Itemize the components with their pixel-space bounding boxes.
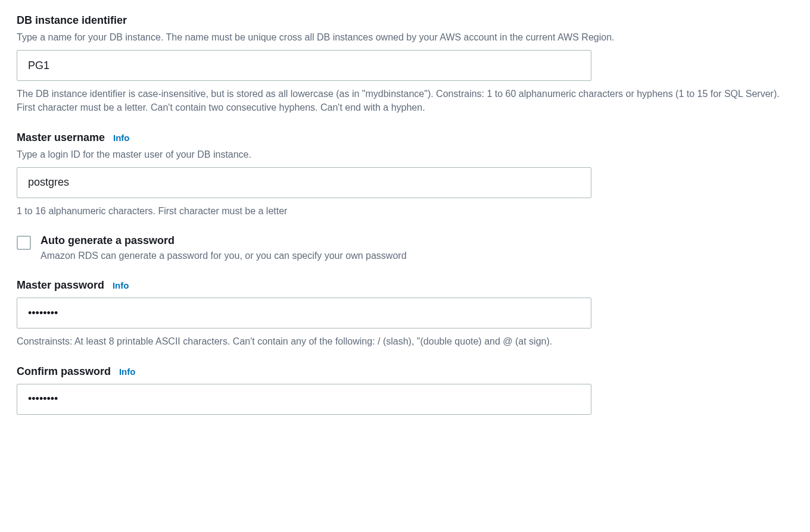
db-identifier-help: The DB instance identifier is case-insen… xyxy=(17,87,793,114)
master-password-input[interactable] xyxy=(17,298,591,328)
master-password-label: Master password xyxy=(17,279,104,291)
master-password-info-link[interactable]: Info xyxy=(113,280,129,290)
confirm-password-label: Confirm password xyxy=(17,365,111,377)
db-identifier-label: DB instance identifier xyxy=(17,14,127,26)
master-username-input[interactable] xyxy=(17,167,591,198)
confirm-password-info-link[interactable]: Info xyxy=(119,367,136,377)
db-identifier-group: DB instance identifier Type a name for y… xyxy=(17,14,793,115)
auto-generate-checkbox[interactable] xyxy=(17,236,31,250)
master-username-description: Type a login ID for the master user of y… xyxy=(17,148,793,161)
master-username-help: 1 to 16 alphanumeric characters. First c… xyxy=(17,204,793,218)
db-identifier-description: Type a name for your DB instance. The na… xyxy=(17,30,793,44)
master-password-help: Constrainsts: At least 8 printable ASCII… xyxy=(17,334,793,348)
auto-generate-description: Amazon RDS can generate a password for y… xyxy=(40,249,407,262)
auto-generate-row: Auto generate a password Amazon RDS can … xyxy=(17,234,793,262)
master-username-group: Master username Info Type a login ID for… xyxy=(17,132,793,218)
confirm-password-input[interactable] xyxy=(17,384,591,415)
db-identifier-input[interactable] xyxy=(17,50,591,81)
confirm-password-group: Confirm password Info xyxy=(17,365,793,415)
master-username-label: Master username xyxy=(17,132,105,143)
master-password-group: Master password Info Constrainsts: At le… xyxy=(17,279,793,348)
master-username-info-link[interactable]: Info xyxy=(113,133,130,143)
auto-generate-label: Auto generate a password xyxy=(40,234,407,247)
